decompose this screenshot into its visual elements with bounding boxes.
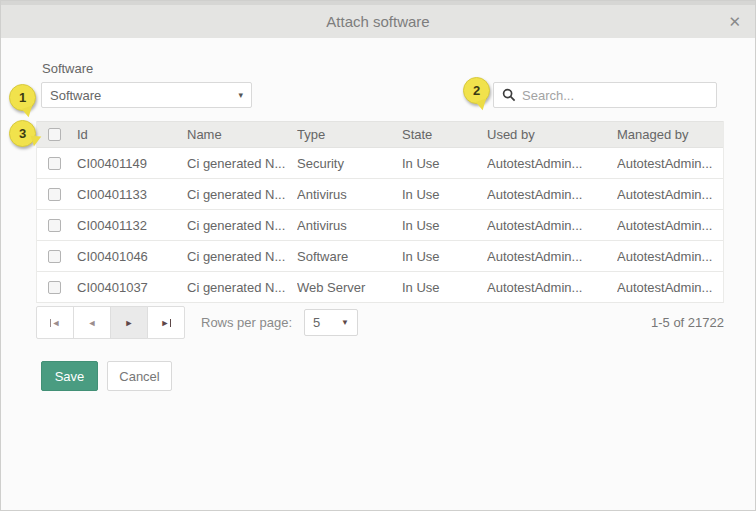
pager-first-button[interactable]: ◄ [36, 306, 74, 339]
cell-state: In Use [402, 280, 487, 295]
callout-badge-1: 1 [9, 84, 36, 111]
row-checkbox[interactable] [48, 157, 61, 170]
cell-managed-by: AutotestAdmin... [617, 249, 723, 264]
cell-type: Antivirus [297, 187, 402, 202]
cell-managed-by: AutotestAdmin... [617, 218, 723, 233]
software-type-select[interactable]: Software ▾ [41, 82, 252, 108]
cell-state: In Use [402, 249, 487, 264]
column-header-name[interactable]: Name [187, 127, 297, 142]
table-header-row: Id Name Type State Used by Managed by [37, 121, 723, 148]
rows-per-page-select[interactable]: 5 ▼ [304, 309, 358, 336]
pager-prev-icon: ◄ [88, 318, 97, 328]
cell-id: CI00401132 [77, 218, 187, 233]
cell-used-by: AutotestAdmin... [487, 187, 617, 202]
cell-type: Software [297, 249, 402, 264]
attach-software-dialog: Attach software ✕ Software Software ▾ 1 … [0, 0, 756, 511]
table-row[interactable]: CI00401046 Ci generated N... Software In… [37, 241, 723, 272]
row-checkbox[interactable] [48, 219, 61, 232]
dialog-titlebar: Attach software ✕ [1, 1, 755, 38]
cell-used-by: AutotestAdmin... [487, 249, 617, 264]
column-header-used-by[interactable]: Used by [487, 127, 617, 142]
pager-range-text: 1-5 of 21722 [651, 315, 724, 330]
pager-next-button[interactable]: ► [110, 306, 148, 339]
cell-id: CI00401133 [77, 187, 187, 202]
cell-managed-by: AutotestAdmin... [617, 280, 723, 295]
table-body: CI00401149 Ci generated N... Security In… [37, 148, 723, 303]
cell-id: CI00401149 [77, 156, 187, 171]
cell-name: Ci generated N... [187, 187, 297, 202]
search-icon [502, 88, 516, 102]
select-all-checkbox[interactable] [48, 128, 61, 141]
column-header-type[interactable]: Type [297, 127, 402, 142]
pager-next-icon: ► [125, 318, 134, 328]
cell-used-by: AutotestAdmin... [487, 218, 617, 233]
cell-state: In Use [402, 218, 487, 233]
cancel-button[interactable]: Cancel [107, 361, 172, 391]
pager-first-icon: ◄ [52, 318, 61, 328]
software-table: Id Name Type State Used by Managed by CI… [36, 121, 724, 303]
cell-type: Security [297, 156, 402, 171]
pager-last-button[interactable]: ► [147, 306, 185, 339]
table-row[interactable]: CI00401037 Ci generated N... Web Server … [37, 272, 723, 303]
pager-prev-button[interactable]: ◄ [73, 306, 111, 339]
cell-used-by: AutotestAdmin... [487, 156, 617, 171]
table-row[interactable]: CI00401133 Ci generated N... Antivirus I… [37, 179, 723, 210]
callout-badge-2: 2 [463, 77, 490, 104]
dialog-title: Attach software [1, 13, 755, 30]
rows-per-page-label: Rows per page: [201, 315, 292, 330]
column-header-id[interactable]: Id [77, 127, 187, 142]
cell-state: In Use [402, 156, 487, 171]
cell-id: CI00401046 [77, 249, 187, 264]
chevron-down-icon: ▾ [238, 90, 243, 100]
cell-name: Ci generated N... [187, 218, 297, 233]
table-row[interactable]: CI00401132 Ci generated N... Antivirus I… [37, 210, 723, 241]
cell-type: Web Server [297, 280, 402, 295]
chevron-down-icon: ▼ [341, 318, 349, 327]
row-checkbox[interactable] [48, 250, 61, 263]
cell-name: Ci generated N... [187, 156, 297, 171]
row-checkbox[interactable] [48, 281, 61, 294]
rows-per-page-value: 5 [313, 315, 320, 330]
search-box [493, 82, 717, 108]
search-input[interactable] [522, 88, 708, 103]
column-header-state[interactable]: State [402, 127, 487, 142]
pager-last-icon: ► [161, 318, 170, 328]
table-row[interactable]: CI00401149 Ci generated N... Security In… [37, 148, 723, 179]
close-icon[interactable]: ✕ [728, 12, 741, 32]
save-button[interactable]: Save [41, 361, 98, 391]
cell-managed-by: AutotestAdmin... [617, 187, 723, 202]
cell-managed-by: AutotestAdmin... [617, 156, 723, 171]
cell-name: Ci generated N... [187, 280, 297, 295]
cell-id: CI00401037 [77, 280, 187, 295]
row-checkbox[interactable] [48, 188, 61, 201]
pager: ◄ ◄ ► ► Rows per page: 5 ▼ 1-5 of 21722 [36, 306, 724, 339]
software-type-select-value: Software [50, 88, 101, 103]
callout-badge-3: 3 [9, 120, 36, 147]
cell-state: In Use [402, 187, 487, 202]
software-field-label: Software [42, 61, 93, 76]
column-header-managed-by[interactable]: Managed by [617, 127, 723, 142]
cell-name: Ci generated N... [187, 249, 297, 264]
cell-used-by: AutotestAdmin... [487, 280, 617, 295]
cell-type: Antivirus [297, 218, 402, 233]
